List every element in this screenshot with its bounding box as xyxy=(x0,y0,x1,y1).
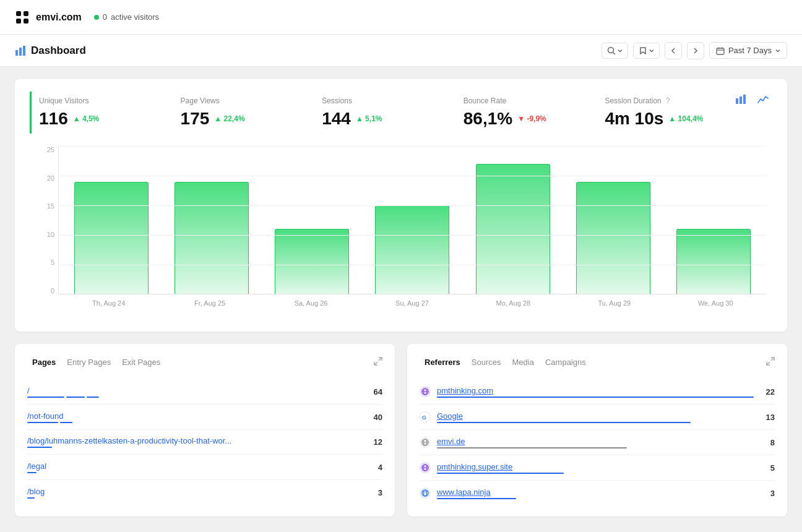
page-row-2: /not-found 40 xyxy=(27,405,382,430)
line-chart-type-button[interactable] xyxy=(754,92,772,110)
grid-line-0 xyxy=(59,294,766,294)
referrer-icon-5 xyxy=(420,487,431,499)
referrer-bar-3 xyxy=(437,447,627,448)
bar-tue-aug29-rect xyxy=(576,182,650,294)
referrer-icon-2: G xyxy=(420,411,431,423)
bars-area xyxy=(58,146,766,294)
chart-container: 25 20 15 10 5 0 xyxy=(30,146,772,319)
y-label-25: 25 xyxy=(36,146,58,153)
date-range-label: Past 7 Days xyxy=(728,46,772,55)
tab-campaigns[interactable]: Campaigns xyxy=(540,355,591,369)
dashboard-title: Dashboard xyxy=(15,45,602,57)
referrer-count-2: 13 xyxy=(760,413,775,422)
referrer-count-5: 3 xyxy=(760,489,775,498)
active-visitors-count: 0 xyxy=(103,12,107,22)
bottom-panels: Pages Entry Pages Exit Pages / xyxy=(15,344,787,517)
referrer-bar-5 xyxy=(437,498,516,499)
tab-sources[interactable]: Sources xyxy=(467,355,506,369)
bar-sun-aug27 xyxy=(362,146,462,294)
bar-sun-aug27-rect xyxy=(375,205,449,294)
y-label-15: 15 xyxy=(36,202,58,210)
bar-chart-type-button[interactable] xyxy=(731,92,750,110)
referrer-name-2[interactable]: Google xyxy=(437,411,463,421)
page-row-1: / 64 xyxy=(27,379,382,405)
y-axis: 25 20 15 10 5 0 xyxy=(36,146,58,294)
referrer-icon-1 xyxy=(420,386,431,397)
bar-sat-aug26-rect xyxy=(275,229,349,294)
referrer-count-1: 22 xyxy=(760,387,775,397)
tab-pages[interactable]: Pages xyxy=(27,355,61,369)
stat-page-views: Page Views 175 ▲ 22,4% xyxy=(166,92,308,134)
search-button[interactable] xyxy=(602,43,628,59)
bar-tue-aug29 xyxy=(563,146,663,294)
x-label-sun: Su, Aug 27 xyxy=(361,299,462,307)
page-path-container-3: /blog/luhmanns-zettelkasten-a-productivi… xyxy=(27,436,361,448)
y-label-0: 0 xyxy=(36,287,58,294)
bar-thu-aug24 xyxy=(61,146,162,294)
grid-line-15 xyxy=(59,205,766,206)
tab-referrers[interactable]: Referrers xyxy=(420,355,465,369)
tab-entry-pages[interactable]: Entry Pages xyxy=(62,355,116,369)
svg-point-7 xyxy=(608,47,613,53)
referrer-name-container-4: pmthinking.super.site xyxy=(437,461,754,474)
svg-point-30 xyxy=(422,490,428,496)
sessions-value: 144 ▲ 5,1% xyxy=(322,109,439,129)
page-count-1: 64 xyxy=(368,387,382,397)
page-path-container-2: /not-found xyxy=(27,411,361,423)
svg-rect-5 xyxy=(19,48,22,56)
page-bar-4 xyxy=(27,472,361,473)
svg-rect-14 xyxy=(739,97,742,104)
page-path-3[interactable]: /blog/luhmanns-zettelkasten-a-productivi… xyxy=(27,436,361,445)
search-chevron-icon xyxy=(618,48,623,53)
session-duration-value: 4m 10s ▲ 104,4% xyxy=(605,109,722,129)
calendar-icon xyxy=(716,46,725,55)
stats-row: Unique Visitors 116 ▲ 4,5% Page Views 17… xyxy=(30,92,772,134)
grid-line-10 xyxy=(59,235,766,236)
referrer-icon-3 xyxy=(420,437,431,448)
referrer-name-3[interactable]: emvi.de xyxy=(437,437,465,446)
sessions-change: ▲ 5,1% xyxy=(356,114,382,123)
x-label-sat: Sa, Aug 26 xyxy=(261,299,361,307)
referrer-name-container-2: Google xyxy=(437,411,754,423)
bookmark-icon xyxy=(639,46,647,55)
nav-forward-button[interactable] xyxy=(687,42,704,59)
pages-expand-icon[interactable] xyxy=(374,357,382,367)
active-visitors-indicator: 0 active visitors xyxy=(94,12,159,22)
bar-sat-aug26 xyxy=(262,146,362,294)
x-label-wed: We, Aug 30 xyxy=(665,299,766,307)
bookmark-button[interactable] xyxy=(633,43,660,59)
pages-panel-tabs: Pages Entry Pages Exit Pages xyxy=(27,355,382,369)
page-row-4: /legal 4 xyxy=(27,455,382,480)
y-label-20: 20 xyxy=(36,174,58,182)
second-bar: Dashboard xyxy=(0,35,802,67)
main-content: Unique Visitors 116 ▲ 4,5% Page Views 17… xyxy=(0,67,802,529)
page-row-5: /blog 3 xyxy=(27,480,382,505)
page-views-value: 175 ▲ 22,4% xyxy=(181,109,298,129)
date-range-button[interactable]: Past 7 Days xyxy=(709,42,787,59)
referrer-name-4[interactable]: pmthinking.super.site xyxy=(437,462,512,471)
referrer-name-5[interactable]: www.lapa.ninja xyxy=(437,487,491,497)
page-bar-1 xyxy=(27,397,361,398)
page-path-5[interactable]: /blog xyxy=(27,487,45,496)
tab-media[interactable]: Media xyxy=(507,355,539,369)
page-path-1[interactable]: / xyxy=(27,386,30,395)
bar-chart-icon xyxy=(15,45,26,56)
info-icon[interactable]: ? xyxy=(666,97,670,105)
referrers-expand-icon[interactable] xyxy=(766,357,775,367)
page-path-container-1: / xyxy=(27,385,361,398)
y-label-10: 10 xyxy=(36,231,58,238)
x-label-tue: Tu, Aug 29 xyxy=(564,299,665,307)
page-path-2[interactable]: /not-found xyxy=(27,411,64,421)
stat-bounce-rate: Bounce Rate 86,1% ▼ -9,9% xyxy=(449,92,590,134)
svg-rect-6 xyxy=(23,46,25,56)
referrer-name-1[interactable]: pmthinking.com xyxy=(437,386,493,395)
tab-exit-pages[interactable]: Exit Pages xyxy=(117,355,165,369)
bars-row xyxy=(59,146,766,294)
referrer-name-container-1: pmthinking.com xyxy=(437,385,754,398)
page-path-container-4: /legal xyxy=(27,461,361,473)
site-name: emvi.com xyxy=(36,12,82,23)
nav-back-button[interactable] xyxy=(665,42,682,59)
referrer-row-2: G Google 13 xyxy=(420,405,775,430)
page-path-4[interactable]: /legal xyxy=(27,461,46,471)
grid-line-5 xyxy=(59,265,766,265)
